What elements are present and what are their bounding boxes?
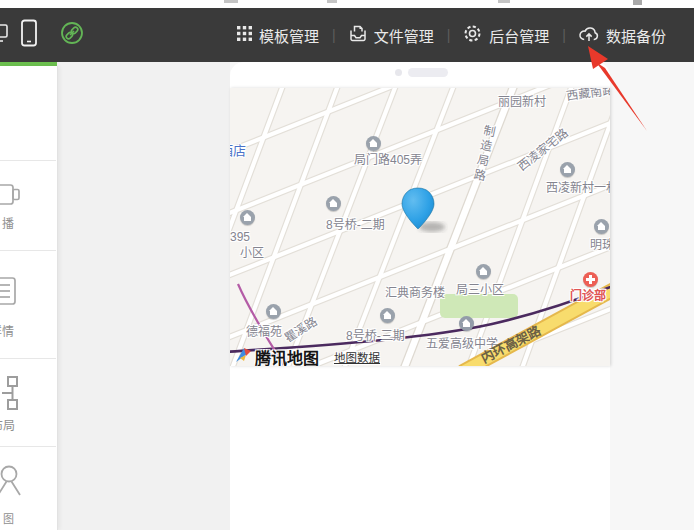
map-label: 汇典商务楼: [385, 283, 445, 300]
building-icon: [380, 308, 395, 323]
smartphone-icon[interactable]: [20, 19, 38, 51]
map-label: 德福苑: [246, 322, 282, 339]
monitor-icon[interactable]: [0, 22, 8, 48]
camera-icon: [0, 182, 22, 212]
building-icon: [594, 219, 609, 234]
building-icon: [560, 162, 575, 177]
toolbar-menu: 模板管理 | 文件管理 |: [237, 8, 666, 62]
clinic-icon: [583, 272, 598, 287]
menu-separator: |: [447, 27, 451, 43]
browser-strip: [0, 0, 694, 8]
top-toolbar: 模板管理 | 文件管理 |: [0, 8, 694, 62]
browser-chrome-fragment: [327, 0, 337, 3]
browser-chrome-fragment: [224, 0, 238, 3]
sidebar-item-carousel[interactable]: 播: [0, 160, 56, 250]
menu-item-label: 文件管理: [374, 25, 434, 46]
map-label: 局门路405弄: [354, 150, 422, 167]
map-label: 局三小区: [456, 280, 504, 297]
menu-item-template-management[interactable]: 模板管理: [237, 25, 319, 46]
sidebar-item-label: 播: [2, 214, 14, 231]
link-icon[interactable]: [60, 21, 84, 49]
sidebar-item-label: 布局: [0, 416, 15, 433]
menu-separator: |: [562, 27, 566, 43]
sidebar-item-detail[interactable]: 详情: [0, 250, 56, 358]
document-icon: [0, 276, 17, 310]
menu-item-label: 后台管理: [489, 25, 549, 46]
speaker-pill-icon: [408, 68, 448, 77]
app-root: { "toolbar": { "left_icons": ["monitor-i…: [0, 0, 694, 530]
menu-item-file-management[interactable]: 文件管理: [349, 25, 434, 46]
map-label: 8号桥-二期: [326, 215, 385, 232]
sidebar-item-label: 图: [3, 510, 14, 526]
camera-dot-icon: [395, 69, 402, 76]
map-label: 丽园新村: [498, 92, 546, 109]
grid-icon: [237, 26, 252, 44]
map-label: 酒店: [230, 140, 246, 159]
sidebar-item-label: 详情: [0, 322, 14, 339]
map-label: 局门路395: [230, 227, 250, 244]
building-icon: [266, 304, 281, 319]
browser-chrome-fragment: [498, 0, 510, 3]
map-provider-brand[interactable]: 腾讯地图: [255, 345, 319, 366]
map-label: 8号桥-三期: [346, 326, 405, 343]
map-pin-icon: [0, 464, 24, 502]
map-label: 西凌新村一村: [546, 178, 610, 195]
sidebar: 播 详情 布局: [0, 66, 58, 530]
gear-icon: [463, 24, 482, 46]
menu-item-data-backup[interactable]: 数据备份: [579, 25, 666, 46]
menu-item-backend-management[interactable]: 后台管理: [463, 24, 549, 46]
map-label: 小区: [240, 243, 264, 260]
phone-preview: 丽园新村 西藏南路 酒店 局门路405弄 制造局路 西凌家宅路 西凌新村一村 明…: [230, 62, 610, 530]
map-data-link[interactable]: 地图数据: [334, 349, 380, 365]
building-icon: [366, 136, 381, 151]
sidebar-item-layout[interactable]: 布局: [0, 358, 56, 446]
park-area: [440, 294, 518, 318]
cloud-upload-icon: [579, 25, 599, 45]
building-icon: [476, 264, 491, 279]
map-label: 门诊部: [570, 286, 606, 303]
map-widget[interactable]: 丽园新村 西藏南路 酒店 局门路405弄 制造局路 西凌家宅路 西凌新村一村 明…: [230, 88, 610, 366]
menu-item-label: 数据备份: [606, 25, 666, 46]
school-icon: [459, 316, 474, 331]
map-label: 明珠家: [590, 235, 610, 252]
device-toggle-group: [0, 8, 84, 62]
canvas-gap: [57, 62, 230, 530]
map-marker-pin: [399, 186, 455, 240]
file-tray-icon: [349, 25, 367, 45]
layout-icon: [0, 376, 24, 414]
menu-separator: |: [332, 27, 336, 43]
tencent-maps-logo-icon[interactable]: [234, 345, 253, 366]
sidebar-item-map[interactable]: 图: [0, 446, 56, 530]
building-icon: [326, 196, 341, 211]
browser-chrome-fragment: [633, 0, 642, 5]
menu-item-label: 模板管理: [259, 25, 319, 46]
building-icon: [240, 210, 255, 225]
